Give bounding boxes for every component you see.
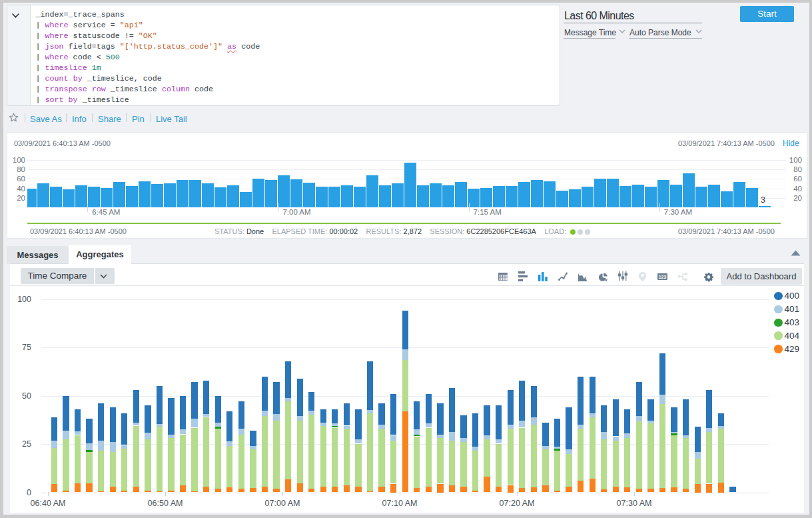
svg-text:123: 123 bbox=[659, 275, 667, 279]
